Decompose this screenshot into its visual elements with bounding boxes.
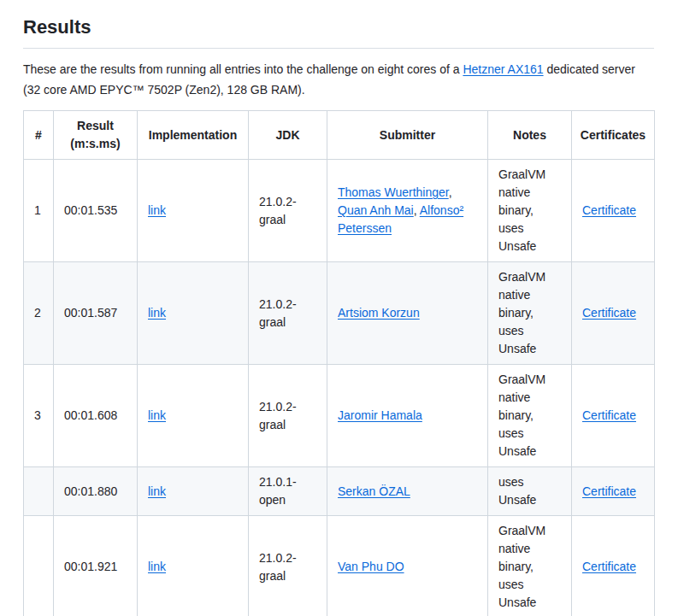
- table-row: 00:01.880link21.0.1-openSerkan ÖZALuses …: [24, 467, 655, 516]
- certificate-cell: Certificate: [572, 365, 655, 467]
- notes-cell: uses Unsafe: [488, 467, 572, 516]
- intro-text-before: These are the results from running all e…: [23, 62, 463, 76]
- result-cell: 00:01.921: [54, 516, 138, 616]
- jdk-cell: 21.0.2-graal: [249, 160, 327, 262]
- implementation-cell: link: [138, 516, 249, 616]
- certificate-cell: Certificate: [572, 262, 655, 365]
- submitter-link[interactable]: Thomas Wuerthinger: [338, 185, 449, 199]
- jdk-cell: 21.0.2-graal: [249, 262, 327, 365]
- certificate-link[interactable]: Certificate: [582, 560, 636, 573]
- implementation-cell: link: [138, 467, 249, 516]
- page-title: Results: [23, 15, 654, 49]
- column-header: #: [24, 111, 54, 160]
- result-cell: 00:01.880: [54, 467, 138, 516]
- notes-cell: GraalVM native binary, uses Unsafe: [488, 516, 572, 616]
- certificate-link[interactable]: Certificate: [582, 306, 636, 320]
- header-row: #Result (m:s.ms)ImplementationJDKSubmitt…: [24, 111, 655, 160]
- implementation-link[interactable]: link: [148, 560, 166, 573]
- result-cell: 00:01.535: [54, 160, 138, 262]
- implementation-link[interactable]: link: [148, 203, 166, 217]
- table-row: 300:01.608link21.0.2-graalJaromir Hamala…: [24, 365, 655, 467]
- column-header: JDK: [249, 111, 327, 160]
- rank-cell: [24, 467, 54, 516]
- results-table-body: 100:01.535link21.0.2-graalThomas Wuerthi…: [24, 160, 655, 616]
- notes-cell: GraalVM native binary, uses Unsafe: [488, 365, 572, 467]
- jdk-cell: 21.0.2-graal: [249, 365, 327, 467]
- submitter-cell: Thomas Wuerthinger, Quan Anh Mai, Alfons…: [327, 160, 488, 262]
- jdk-cell: 21.0.1-open: [249, 467, 327, 516]
- results-table: #Result (m:s.ms)ImplementationJDKSubmitt…: [23, 110, 655, 616]
- table-row: 200:01.587link21.0.2-graalArtsiom Korzun…: [24, 262, 655, 365]
- column-header: Submitter: [327, 111, 488, 160]
- certificate-cell: Certificate: [572, 467, 655, 516]
- table-row: 100:01.535link21.0.2-graalThomas Wuerthi…: [24, 160, 655, 262]
- results-section: Results These are the results from runni…: [0, 15, 678, 616]
- submitter-link[interactable]: Van Phu DO: [338, 560, 404, 573]
- table-row: 00:01.921link21.0.2-graalVan Phu DOGraal…: [24, 516, 655, 616]
- rank-cell: [24, 516, 54, 616]
- implementation-cell: link: [138, 262, 249, 365]
- submitter-cell: Serkan ÖZAL: [327, 467, 488, 516]
- submitter-link[interactable]: Jaromir Hamala: [338, 408, 422, 422]
- column-header: Result (m:s.ms): [54, 111, 138, 160]
- submitter-cell: Van Phu DO: [327, 516, 488, 616]
- column-header: Certificates: [572, 111, 655, 160]
- intro-paragraph: These are the results from running all e…: [23, 59, 654, 100]
- column-header: Implementation: [138, 111, 249, 160]
- implementation-link[interactable]: link: [148, 484, 166, 498]
- certificate-cell: Certificate: [572, 516, 655, 616]
- submitter-link[interactable]: Serkan ÖZAL: [338, 484, 410, 498]
- certificate-link[interactable]: Certificate: [582, 408, 636, 422]
- submitter-link[interactable]: Artsiom Korzun: [338, 306, 420, 320]
- implementation-link[interactable]: link: [148, 408, 166, 422]
- certificate-cell: Certificate: [572, 160, 655, 262]
- implementation-cell: link: [138, 365, 249, 467]
- certificate-link[interactable]: Certificate: [582, 203, 636, 217]
- submitter-link[interactable]: Quan Anh Mai: [338, 203, 414, 217]
- hetzner-ax161-link[interactable]: Hetzner AX161: [463, 62, 543, 76]
- result-cell: 00:01.608: [54, 365, 138, 467]
- implementation-link[interactable]: link: [148, 306, 166, 320]
- rank-cell: 3: [24, 365, 54, 467]
- submitter-cell: Artsiom Korzun: [327, 262, 488, 365]
- submitter-cell: Jaromir Hamala: [327, 365, 488, 467]
- notes-cell: GraalVM native binary, uses Unsafe: [488, 160, 572, 262]
- result-cell: 00:01.587: [54, 262, 138, 365]
- column-header: Notes: [488, 111, 572, 160]
- rank-cell: 2: [24, 262, 54, 365]
- implementation-cell: link: [138, 160, 249, 262]
- notes-cell: GraalVM native binary, uses Unsafe: [488, 262, 572, 365]
- jdk-cell: 21.0.2-graal: [249, 516, 327, 616]
- rank-cell: 1: [24, 160, 54, 262]
- certificate-link[interactable]: Certificate: [582, 484, 636, 498]
